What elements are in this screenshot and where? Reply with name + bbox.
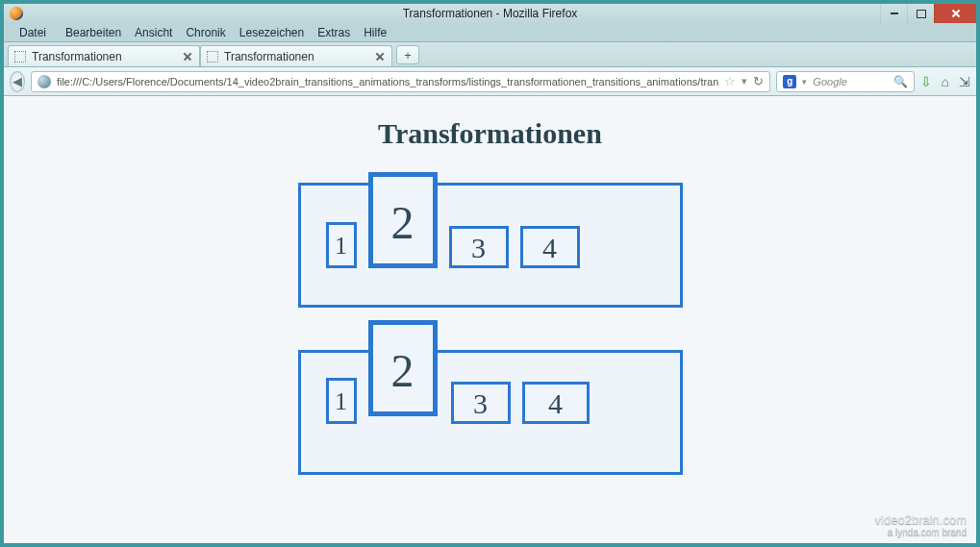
page-title: Transformationen (4, 117, 976, 150)
demo-block: 3 (449, 226, 509, 268)
menu-file[interactable]: Datei (8, 25, 58, 40)
transform-demo-box: 1 2 3 4 (298, 350, 683, 475)
search-engine-icon: g (783, 75, 796, 88)
menu-tools[interactable]: Extras (312, 25, 356, 40)
demo-block: 4 (522, 382, 590, 424)
favicon-icon (14, 51, 26, 62)
window-titlebar: Transformationen - Mozilla Firefox (4, 4, 976, 23)
tab-strip: Transformationen Transformationen + (4, 42, 976, 67)
back-button[interactable]: ◀ (10, 71, 25, 92)
demo-block: 2 (368, 320, 438, 416)
home-icon[interactable]: ⌂ (942, 74, 949, 89)
search-icon[interactable]: 🔍 (893, 75, 908, 88)
favicon-icon (207, 51, 218, 62)
bookmark-star-icon[interactable]: ☆ (724, 74, 736, 88)
search-dropdown-icon[interactable]: ▾ (802, 77, 807, 87)
tab-title: Transformationen (224, 50, 368, 63)
menu-help[interactable]: Hilfe (358, 25, 392, 40)
watermark-line: video2brain.com (875, 513, 967, 527)
transform-demo-box: 1 2 3 4 (298, 183, 683, 308)
demo-block: 3 (451, 382, 511, 424)
download-icon[interactable]: ⇩ (920, 74, 932, 89)
demo-block: 1 (326, 222, 357, 268)
menu-history[interactable]: Chronik (180, 25, 231, 40)
demo-block: 4 (520, 226, 580, 268)
search-bar[interactable]: g ▾ Google 🔍 (776, 71, 914, 92)
browser-tab[interactable]: Transformationen (200, 45, 392, 66)
firefox-icon (10, 7, 23, 20)
search-placeholder: Google (813, 76, 887, 87)
fullscreen-icon[interactable]: ⇲ (959, 74, 970, 89)
window-maximize-button[interactable] (907, 4, 934, 23)
watermark: video2brain.com a lynda.com brand (875, 513, 967, 537)
page-viewport: Transformationen 1 2 3 4 1 2 3 4 ↖ (4, 96, 976, 543)
tab-title: Transformationen (32, 50, 176, 63)
browser-tab[interactable]: Transformationen (8, 45, 200, 66)
menu-bookmarks[interactable]: Lesezeichen (234, 25, 310, 40)
watermark-line: a lynda.com brand (875, 527, 967, 537)
menu-view[interactable]: Ansicht (129, 25, 178, 40)
tab-close-icon[interactable] (374, 51, 386, 62)
demo-block: 1 (326, 378, 357, 424)
menubar: Datei Bearbeiten Ansicht Chronik Lesezei… (4, 23, 976, 42)
url-text: file:///C:/Users/Florence/Documents/14_v… (57, 76, 718, 87)
window-title: Transformationen - Mozilla Firefox (403, 7, 578, 20)
menu-edit[interactable]: Bearbeiten (60, 25, 127, 40)
navigation-toolbar: ◀ file:///C:/Users/Florence/Documents/14… (4, 67, 976, 96)
globe-icon (38, 75, 51, 88)
reload-icon[interactable]: ↻ (753, 74, 764, 88)
tab-close-icon[interactable] (182, 51, 193, 62)
window-close-button[interactable] (934, 4, 976, 23)
dropdown-icon[interactable]: ▾ (741, 75, 747, 87)
new-tab-button[interactable]: + (396, 45, 419, 64)
window-minimize-button[interactable] (880, 4, 907, 23)
demo-block: 2 (368, 172, 438, 268)
url-bar[interactable]: file:///C:/Users/Florence/Documents/14_v… (31, 71, 770, 92)
